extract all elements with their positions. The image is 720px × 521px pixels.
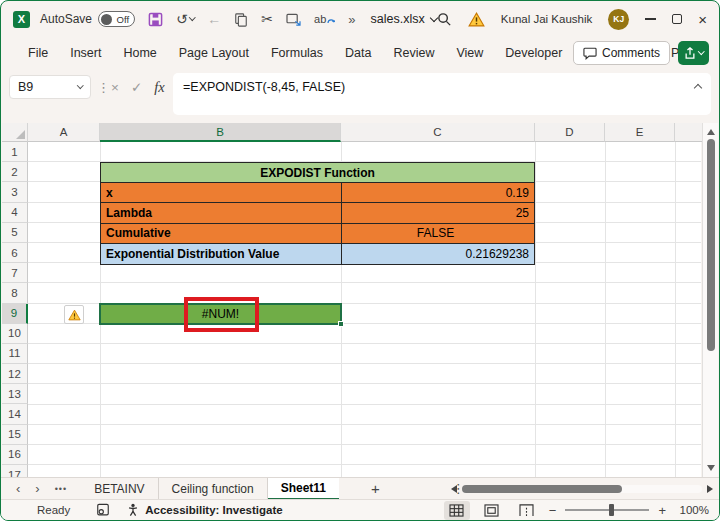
row-header-10[interactable]: 10 xyxy=(2,324,28,344)
row-header-8[interactable]: 8 xyxy=(2,283,28,303)
zoom-in-icon[interactable]: + xyxy=(658,503,666,518)
redo-icon[interactable]: ← xyxy=(207,12,221,26)
more-commands-icon[interactable]: » xyxy=(348,13,355,26)
cell-c3-value[interactable]: 0.19 xyxy=(342,183,534,202)
column-header-d[interactable]: D xyxy=(535,123,605,142)
all-sheets-icon[interactable]: ••• xyxy=(55,484,67,494)
accessibility-label: Accessibility: Investigate xyxy=(145,504,282,516)
zoom-level[interactable]: 100% xyxy=(675,504,709,516)
tab-home[interactable]: Home xyxy=(112,46,167,60)
row-headers: 1 2 3 4 5 6 7 8 9 10 11 12 13 14 15 16 1… xyxy=(2,142,28,477)
row-header-9[interactable]: 9 xyxy=(2,304,28,324)
cell-c4-value[interactable]: 25 xyxy=(342,203,534,222)
error-options-button[interactable] xyxy=(64,305,84,324)
share-button[interactable] xyxy=(678,41,709,65)
row-header-16[interactable]: 16 xyxy=(2,445,28,465)
autosave-toggle[interactable]: AutoSave Off xyxy=(40,11,135,27)
normal-view-button[interactable] xyxy=(444,501,470,520)
scroll-left-icon[interactable] xyxy=(451,485,457,493)
insert-function-icon[interactable]: fx xyxy=(154,79,164,96)
enter-icon[interactable]: ✓ xyxy=(131,79,142,95)
row-header-4[interactable]: 4 xyxy=(2,203,28,223)
accessibility-status[interactable]: Accessibility: Investigate xyxy=(126,503,282,517)
horizontal-scrollbar[interactable] xyxy=(451,484,713,494)
cell-c6-value[interactable]: 0.21629238 xyxy=(342,244,534,264)
row-header-3[interactable]: 3 xyxy=(2,182,28,202)
vertical-scroll-thumb[interactable] xyxy=(707,139,715,351)
sheet-tab-ceiling-function[interactable]: Ceiling function xyxy=(159,478,268,500)
vertical-scrollbar[interactable] xyxy=(702,123,718,477)
zoom-slider[interactable] xyxy=(565,509,649,511)
save-icon[interactable] xyxy=(148,12,163,27)
email-icon[interactable] xyxy=(286,13,301,26)
select-all-corner[interactable] xyxy=(2,123,28,142)
zoom-slider-handle[interactable] xyxy=(609,504,614,516)
cell-c5-value[interactable]: FALSE xyxy=(342,224,534,243)
row-header-5[interactable]: 5 xyxy=(2,223,28,243)
page-break-view-button[interactable] xyxy=(514,501,540,520)
prev-sheet-icon[interactable]: ‹ xyxy=(16,481,20,496)
tab-view[interactable]: View xyxy=(445,46,494,60)
cancel-icon[interactable]: × xyxy=(111,80,119,95)
sheet-tab-sheet11[interactable]: Sheet11 xyxy=(268,478,339,500)
tab-developer[interactable]: Developer xyxy=(494,46,573,60)
row-header-11[interactable]: 11 xyxy=(2,344,28,364)
cell-b5-label[interactable]: Cumulative xyxy=(101,224,342,243)
row-header-6[interactable]: 6 xyxy=(2,243,28,263)
sheet-tab-betainv[interactable]: BETAINV xyxy=(81,478,158,500)
column-header-b[interactable]: B xyxy=(100,123,341,142)
row-header-13[interactable]: 13 xyxy=(2,384,28,404)
select-all-triangle-icon xyxy=(16,130,25,139)
comments-button[interactable]: Comments xyxy=(573,41,670,65)
replace-icon[interactable]: ab xyxy=(314,13,335,25)
tab-review[interactable]: Review xyxy=(382,46,445,60)
column-header-partial[interactable] xyxy=(675,123,702,142)
row-header-17[interactable]: 17 xyxy=(2,465,28,477)
tab-page-layout[interactable]: Page Layout xyxy=(168,46,260,60)
row-header-1[interactable]: 1 xyxy=(2,142,28,162)
autosave-switch[interactable]: Off xyxy=(98,11,135,27)
user-name[interactable]: Kunal Jai Kaushik xyxy=(501,13,592,25)
avatar[interactable]: KJ xyxy=(608,9,629,30)
next-sheet-icon[interactable]: › xyxy=(35,481,39,496)
cell-b6-label[interactable]: Exponential Distribution Value xyxy=(101,244,342,264)
cell-b4-label[interactable]: Lambda xyxy=(101,203,342,222)
scroll-up-icon[interactable] xyxy=(707,129,715,135)
copy-icon[interactable] xyxy=(234,12,248,27)
tab-formulas[interactable]: Formulas xyxy=(260,46,334,60)
fill-handle[interactable] xyxy=(338,321,344,327)
row-header-14[interactable]: 14 xyxy=(2,404,28,424)
new-sheet-icon[interactable]: + xyxy=(371,480,380,497)
minimize-icon[interactable] xyxy=(645,18,656,20)
name-box[interactable]: B9 xyxy=(9,75,91,99)
maximize-icon[interactable] xyxy=(672,14,682,24)
macro-record-icon[interactable] xyxy=(96,503,110,517)
expodist-table: EXPODIST Function x 0.19 Lambda 25 Cumul… xyxy=(100,162,535,265)
column-header-c[interactable]: C xyxy=(341,123,535,142)
row-header-12[interactable]: 12 xyxy=(2,364,28,384)
zoom-out-icon[interactable]: − xyxy=(549,503,557,518)
tab-insert[interactable]: Insert xyxy=(59,46,112,60)
account-warning-icon[interactable] xyxy=(468,12,485,27)
column-header-a[interactable]: A xyxy=(28,123,100,142)
formula-input[interactable]: =EXPONDIST(-8,45, FALSE) xyxy=(173,73,711,115)
column-header-e[interactable]: E xyxy=(605,123,675,142)
cell-b3-label[interactable]: x xyxy=(101,183,342,202)
tab-data[interactable]: Data xyxy=(334,46,382,60)
cut-icon[interactable]: ✂ xyxy=(261,12,273,26)
scroll-down-icon[interactable] xyxy=(707,465,715,471)
search-icon[interactable] xyxy=(437,12,452,27)
row-header-2[interactable]: 2 xyxy=(2,162,28,182)
horizontal-scroll-thumb[interactable] xyxy=(462,485,622,493)
row-header-7[interactable]: 7 xyxy=(2,263,28,283)
page-layout-view-button[interactable] xyxy=(479,501,505,520)
tab-file[interactable]: File xyxy=(17,46,59,60)
undo-button[interactable]: ↺ xyxy=(176,12,194,26)
row-header-15[interactable]: 15 xyxy=(2,425,28,445)
horizontal-scroll-track[interactable] xyxy=(462,485,702,493)
filename-menu[interactable]: sales.xlsx xyxy=(371,12,437,26)
scroll-right-icon[interactable] xyxy=(707,485,713,493)
autosave-state: Off xyxy=(117,14,130,25)
close-icon[interactable]: × xyxy=(698,12,707,27)
table-title-cell[interactable]: EXPODIST Function xyxy=(101,163,534,183)
